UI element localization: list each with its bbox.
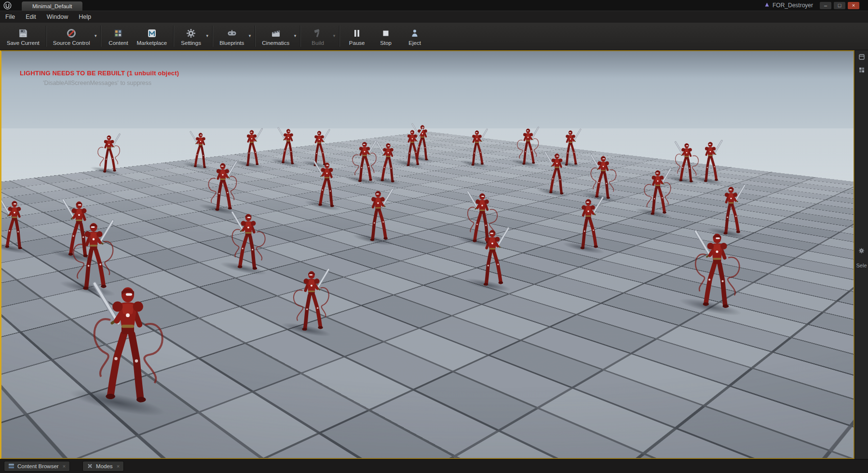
pause-icon [352,28,362,39]
toolbar-separator [255,26,256,47]
save-current-button[interactable]: Save Current [3,26,43,47]
menu-edit[interactable]: Edit [20,11,41,23]
level-tab-label: Minimal_Default [32,3,72,9]
toolbar-label: Settings [181,40,201,46]
main-toolbar: Save Current Source Control ▾ Content Ma… [0,23,868,50]
toolbar-separator [100,26,101,47]
enemy-character [375,140,402,183]
project-name: FOR_Destroyer [773,2,813,9]
suppress-hint-text: 'DisableAllScreenMessages' to suppress [43,80,179,86]
cinematics-button[interactable]: Cinematics ▾ [258,26,298,47]
minimize-button[interactable]: – [820,2,831,9]
toolbar-separator [212,26,213,47]
toolbar-label: Stop [380,40,392,46]
enemy-character [473,226,511,287]
enemy-character [88,279,167,405]
toolbar-label: Build [312,40,324,46]
build-hammer-icon [312,28,323,39]
blueprints-icon [227,28,237,39]
character-layer [1,51,854,458]
cinematics-dropdown-arrow[interactable]: ▾ [294,33,297,38]
modes-tools-icon [87,463,93,470]
dock-tab-label: Modes [96,463,113,469]
menu-file[interactable]: File [0,11,20,23]
toolbar-label: Cinematics [262,40,289,46]
lighting-warning-text: LIGHTING NEEDS TO BE REBUILT (1 unbuilt … [20,70,179,77]
toolbar-label: Marketplace [136,40,167,46]
content-browser-icon [113,28,123,39]
toolbar-label: Save Current [7,40,40,46]
collapsed-panel-label[interactable]: Sele [856,263,867,268]
unreal-editor-window: Minimal_Default FOR_Destroyer – □ × File… [0,0,868,473]
enemy-character [588,153,618,200]
enemy-character [515,126,540,166]
project-name-area: FOR_Destroyer [764,0,820,11]
bottom-dock-bar: Content Browser × Modes × [0,459,868,473]
toolbar-label: Pause [349,40,365,46]
enemy-character [673,140,700,183]
enemy-character [1,197,31,250]
scene-render [1,51,854,458]
enemy-character [692,228,743,310]
enemy-character [400,127,424,167]
enemy-character [230,210,268,271]
workspace: LIGHTING NEEDS TO BE REBUILT (1 unbuilt … [0,50,868,459]
source-control-button[interactable]: Source Control ▾ [49,26,98,47]
titlebar: Minimal_Default FOR_Destroyer – □ × [0,0,868,11]
settings-dropdown-arrow[interactable]: ▾ [206,33,209,38]
titlebar-drag-area[interactable] [83,0,764,11]
collapsed-selection-tab[interactable]: Sele [855,247,868,268]
menu-window[interactable]: Window [41,11,73,23]
enemy-character [240,127,264,167]
collapsed-tabs [855,53,868,75]
toolbar-separator [173,26,174,47]
enemy-character [351,139,378,183]
enemy-character [361,187,395,242]
content-browser-tab[interactable]: Content Browser × [4,461,70,472]
window-controls: – □ × [820,0,868,11]
enemy-character [291,267,332,332]
eject-person-icon [409,28,420,39]
close-icon[interactable]: × [117,463,120,469]
enemy-character [465,128,489,167]
blueprints-dropdown-arrow[interactable]: ▾ [249,33,251,38]
enemy-character [96,133,122,173]
enemy-character [543,151,571,195]
blueprints-button[interactable]: Blueprints ▾ [216,26,252,47]
collapsed-panel-icon[interactable] [859,53,865,62]
marketplace-icon [147,28,157,39]
viewport-3d[interactable]: LIGHTING NEEDS TO BE REBUILT (1 unbuilt … [0,50,854,459]
pause-button[interactable]: Pause [342,26,371,47]
marketplace-button[interactable]: Marketplace [133,26,171,47]
content-button[interactable]: Content [104,26,133,47]
toolbar-label: Source Control [53,40,90,46]
eject-button[interactable]: Eject [400,26,429,47]
source-control-dropdown-arrow[interactable]: ▾ [95,33,97,38]
settings-button[interactable]: Settings ▾ [176,26,210,47]
enemy-character [642,167,673,216]
save-icon [18,28,28,39]
stop-button[interactable]: Stop [371,26,400,47]
settings-gear-icon [186,28,196,39]
cinematics-clapperboard-icon [271,28,281,39]
build-dropdown-arrow: ▾ [333,33,336,38]
stop-icon [380,28,391,39]
maximize-button[interactable]: □ [834,2,845,9]
enemy-character [571,195,606,250]
gear-icon[interactable] [858,247,865,256]
menu-help[interactable]: Help [73,11,96,23]
toolbar-label: Eject [408,40,421,46]
close-button[interactable]: × [848,2,859,9]
close-icon[interactable]: × [63,463,66,469]
toolbar-label: Content [108,40,128,46]
modes-tab[interactable]: Modes × [82,461,124,472]
project-icon [764,2,770,9]
dock-tab-label: Content Browser [17,463,59,469]
menubar: File Edit Window Help [0,11,868,23]
right-dock-strip: Sele [854,50,868,459]
build-button: Build ▾ [303,26,337,47]
content-browser-drawer-icon [8,463,14,470]
collapsed-panel-icon[interactable] [859,66,865,75]
level-tab[interactable]: Minimal_Default [21,1,83,11]
unreal-logo-icon [0,0,14,11]
